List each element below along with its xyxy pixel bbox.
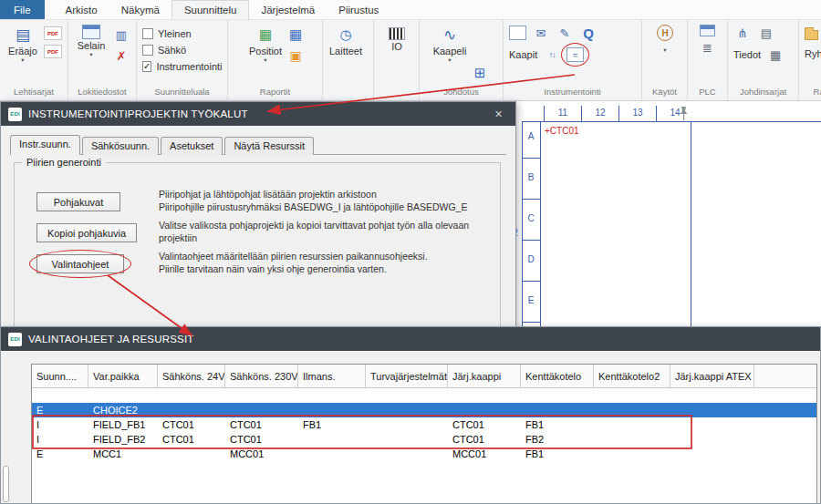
chevron-down-icon: ▾ [21, 57, 24, 62]
row-column-line [540, 121, 541, 326]
text-tool-icon[interactable]: Q [579, 25, 598, 41]
kopioi-pohjakuvia-button[interactable]: Kopioi pohjakuvia [36, 223, 137, 242]
kaytot-button[interactable]: H ▾ [648, 25, 682, 87]
resources-dialog-title: VALINTAOHJEET JA RESURSSIT [28, 334, 194, 345]
ryhmat-button[interactable]: Ryhmät [805, 48, 821, 59]
table-cell: FB1 [298, 419, 366, 430]
application-window: File Arkisto Näkymä Suunnittelu Järjeste… [0, 0, 821, 504]
table-cell: I [32, 419, 88, 430]
table-cell: CTC01 [448, 434, 521, 445]
column-header-kenttakotelo[interactable]: Kenttäkotelo [521, 365, 594, 387]
column-header-sahkons24v[interactable]: Sähköns. 24V [158, 365, 225, 387]
selain-label: Selain [78, 40, 106, 51]
column-header-ilmans[interactable]: Ilmans. [298, 365, 366, 387]
ribbon-group-io: IO [374, 20, 420, 100]
report-document-icon[interactable]: ▣ [286, 47, 305, 64]
ribbon-group-johdinsarjat: ⋔ ▤ Tiedot ▦ Johdinsarjat [728, 20, 799, 100]
pohjakuvat-button[interactable]: Pohjakuvat [36, 192, 120, 211]
vertical-scrollbar-thumb[interactable] [3, 466, 9, 502]
table-row-mcc1[interactable]: E MCC1 MCC01 MCC01 FB1 [32, 447, 816, 461]
sort-arrows-icon[interactable]: ↑↓ [543, 46, 561, 63]
ribbon-group-kaytot: H ▾ Käytöt [642, 20, 688, 100]
table-cell: CTC01 [448, 419, 521, 430]
document-icon[interactable]: ▤ [757, 25, 775, 41]
pin-icon[interactable] [678, 106, 690, 121]
ribbon-group-laitteet: ◷ Laitteet [323, 20, 374, 100]
frame-right-line [691, 121, 691, 326]
positions-table-icon: ▦ [255, 25, 276, 45]
column-header-suunn[interactable]: Suunn.... [32, 365, 88, 387]
cabinet-icon[interactable] [509, 26, 526, 40]
xml-delete-icon[interactable]: ✗ [112, 47, 130, 64]
valintaohjeet-button[interactable]: Valintaohjeet [36, 254, 124, 273]
mail-icon[interactable]: ✉ [532, 25, 550, 41]
tab-nakyma[interactable]: Näkymä [109, 0, 171, 19]
tab-piirustus[interactable]: Piirustus [327, 0, 390, 19]
plc-monitor-icon[interactable] [700, 25, 715, 36]
eraajo-button[interactable]: ▤ Eräajo ▾ [5, 25, 40, 87]
report-table-icon[interactable]: ▦ [286, 26, 305, 43]
log-form-icon[interactable]: ▥ [112, 26, 130, 43]
pdf-batch-icon[interactable]: PDF [44, 45, 62, 58]
checkbox-label: Yleinen [158, 28, 192, 39]
checkbox-yleinen[interactable]: Yleinen [142, 26, 222, 40]
edi-app-icon: EDI [8, 108, 22, 121]
grid-row-label: E [522, 295, 540, 305]
kaapeli-button[interactable]: ∿ Kaapeli ▾ [432, 25, 467, 87]
io-label: IO [391, 41, 402, 52]
column-header-jarjkaappi[interactable]: Järj.kaappi [448, 365, 521, 387]
tab-asetukset[interactable]: Asetukset [161, 137, 223, 155]
column-header-sahkons230v[interactable]: Sähköns. 230V [225, 365, 298, 387]
group-label-raportit: Raportit [228, 87, 322, 100]
io-button[interactable]: IO [379, 25, 414, 87]
cable-map-grid-icon[interactable]: ⊞ [471, 65, 489, 81]
column-header-turvajarjestelmat[interactable]: Turvajärjestelmät [366, 365, 448, 387]
column-header-filler [754, 365, 816, 387]
checkbox-instrumentointi[interactable]: ✓ Instrumentointi [142, 59, 222, 73]
cabinet-graphics-icon[interactable]: ≈ [566, 47, 584, 62]
table-row-empty[interactable] [32, 388, 816, 403]
grid-tick [618, 106, 619, 121]
wire-harness-icon[interactable]: ⋔ [733, 25, 752, 41]
tools-dialog-titlebar[interactable]: EDI INSTRUMENTOINTIPROJEKTIN TYÖKALUT × [1, 102, 515, 126]
column-header-jarjkaappi-atex[interactable]: Järj.kaappi ATEX [670, 365, 754, 387]
table-row-choice2-selected[interactable]: E CHOICE2 [32, 403, 816, 417]
column-header-varpaikka[interactable]: Var.paikka [88, 365, 158, 387]
tab-sahkosuunn[interactable]: Sähkösuunn. [82, 137, 159, 155]
data-rows-icon[interactable]: ▦ [766, 46, 785, 63]
grid-tick [544, 106, 545, 121]
grid-row-label: C [522, 213, 540, 223]
grid-row-label: A [522, 131, 540, 141]
plc-rack-icon[interactable]: ≣ [699, 39, 717, 56]
tools-dialog-tab-strip: Instr.suunn. Sähkösuunn. Asetukset Näytä… [10, 135, 506, 155]
tiedot-button[interactable]: Tiedot [733, 49, 761, 60]
table-row-field-fb1[interactable]: I FIELD_FB1 CTC01 CTC01 FB1 CTC01 FB1 [32, 417, 816, 432]
table-row-field-fb2[interactable]: I FIELD_FB2 CTC01 CTC01 CTC01 FB2 [32, 432, 816, 447]
close-icon[interactable]: × [490, 107, 508, 121]
resources-dialog-titlebar[interactable]: EDI VALINTAOHJEET JA RESURSSIT [1, 327, 820, 351]
laitteet-button[interactable]: ◷ Laitteet [328, 25, 363, 87]
checkbox-sahko[interactable]: Sähkö [142, 43, 222, 57]
cad-drawing-area[interactable]: 11 12 13 14 A B C D E +CTC01 IO [511, 101, 821, 326]
selain-button[interactable]: Selain ▾ [74, 25, 109, 87]
valintaohjeet-description: Valintaohjeet määritellään piirien resur… [159, 251, 516, 275]
folder-icon[interactable] [805, 30, 818, 40]
edit-pen-icon[interactable]: ✎ [556, 25, 574, 41]
chevron-down-icon: ▾ [663, 47, 666, 52]
positiot-button[interactable]: ▦ Positiot ▾ [248, 25, 283, 87]
instrumentation-tools-dialog: EDI INSTRUMENTOINTIPROJEKTIN TYÖKALUT × … [0, 101, 516, 328]
tab-arkisto[interactable]: Arkisto [54, 0, 109, 19]
table-cell: CHOICE2 [88, 405, 158, 416]
table-cell: CTC01 [158, 419, 225, 430]
tab-suunnittelu[interactable]: Suunnittelu [171, 0, 250, 19]
tab-nayta-resurssit[interactable]: Näytä Resurssit [224, 137, 314, 155]
table-cell: FB1 [521, 419, 594, 430]
browser-window-icon [82, 25, 100, 39]
tab-jarjestelma[interactable]: Järjestelmä [249, 0, 327, 19]
tab-instr-suunn[interactable]: Instr.suunn. [10, 135, 80, 155]
kaapit-button[interactable]: Kaapit [509, 49, 537, 60]
pdf-report-icon[interactable]: PDF [44, 26, 62, 40]
column-header-kenttakotelo2[interactable]: Kenttäkotelo2 [594, 365, 670, 387]
tab-file[interactable]: File [0, 0, 45, 19]
edi-app-icon: EDI [8, 333, 22, 346]
